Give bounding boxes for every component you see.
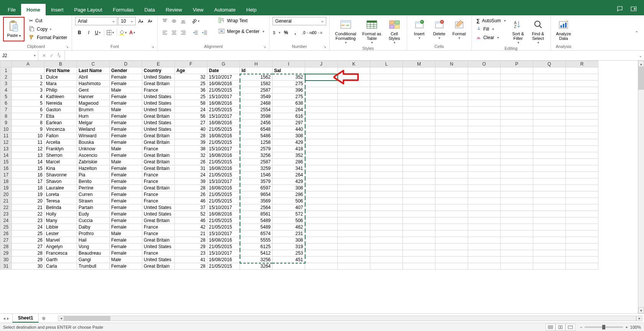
cell[interactable]: 25 bbox=[175, 81, 207, 87]
cell[interactable] bbox=[468, 146, 501, 152]
row-header[interactable]: 13 bbox=[0, 146, 12, 152]
zoom-out-icon[interactable]: − bbox=[580, 325, 582, 329]
row-header[interactable]: 10 bbox=[0, 126, 12, 133]
cell[interactable]: Belinda bbox=[44, 204, 77, 211]
delete-cells-button[interactable]: × Delete bbox=[430, 17, 449, 41]
cell[interactable]: Abril bbox=[77, 74, 110, 81]
cell[interactable] bbox=[435, 107, 468, 113]
cell[interactable]: Marvel bbox=[44, 237, 77, 244]
cell[interactable]: Female bbox=[110, 74, 142, 81]
cell[interactable] bbox=[338, 224, 370, 231]
cell[interactable] bbox=[338, 146, 370, 152]
cell[interactable] bbox=[566, 120, 598, 126]
cell[interactable] bbox=[435, 217, 468, 224]
cell[interactable] bbox=[403, 107, 435, 113]
cell[interactable] bbox=[338, 244, 370, 250]
sort-filter-button[interactable]: AZ Sort & Filter bbox=[509, 17, 527, 46]
col-header-N[interactable]: N bbox=[435, 61, 468, 68]
cell[interactable] bbox=[435, 204, 468, 211]
cell[interactable]: 15 bbox=[12, 165, 44, 172]
cell[interactable] bbox=[566, 152, 598, 159]
decrease-indent-icon[interactable] bbox=[191, 28, 200, 37]
cell[interactable]: 3259 bbox=[240, 165, 273, 172]
cell[interactable]: Female bbox=[110, 178, 142, 185]
cell[interactable]: 21/05/2015 bbox=[207, 107, 240, 113]
cell[interactable]: Female bbox=[110, 237, 142, 244]
cell[interactable] bbox=[468, 224, 501, 231]
select-all-corner[interactable] bbox=[0, 61, 12, 68]
cancel-formula-icon[interactable]: ✕ bbox=[42, 53, 46, 58]
cell[interactable]: 15/10/2017 bbox=[207, 94, 240, 100]
cell[interactable]: 20 bbox=[12, 198, 44, 204]
cell[interactable] bbox=[338, 263, 370, 270]
cell[interactable]: 3569 bbox=[240, 198, 273, 204]
cell[interactable] bbox=[501, 172, 533, 178]
comments-icon[interactable] bbox=[616, 5, 623, 14]
comma-format-icon[interactable]: , bbox=[291, 28, 299, 37]
cell[interactable] bbox=[435, 94, 468, 100]
cell[interactable]: 17 bbox=[12, 178, 44, 185]
cell[interactable] bbox=[501, 231, 533, 237]
cell[interactable] bbox=[533, 263, 566, 270]
cell[interactable]: Female bbox=[110, 185, 142, 191]
cell[interactable] bbox=[435, 237, 468, 244]
cell[interactable] bbox=[305, 68, 338, 74]
zoom-control[interactable]: − + 100% bbox=[580, 325, 641, 329]
cell[interactable]: 21/05/2015 bbox=[207, 217, 240, 224]
cell[interactable]: Lester bbox=[44, 231, 77, 237]
cell[interactable] bbox=[305, 250, 338, 257]
cell[interactable] bbox=[305, 133, 338, 139]
align-top-icon[interactable] bbox=[161, 17, 169, 25]
cell[interactable] bbox=[305, 263, 338, 270]
cell[interactable] bbox=[338, 81, 370, 87]
row-header[interactable]: 4 bbox=[0, 87, 12, 94]
cell[interactable]: United States bbox=[142, 94, 175, 100]
cell[interactable] bbox=[370, 120, 403, 126]
cell[interactable] bbox=[501, 120, 533, 126]
col-header-B[interactable]: B bbox=[44, 61, 77, 68]
row-header[interactable]: 1 bbox=[0, 68, 12, 74]
cell[interactable]: 341 bbox=[273, 165, 305, 172]
cell[interactable] bbox=[370, 152, 403, 159]
cell[interactable]: 15/10/2017 bbox=[207, 204, 240, 211]
cell[interactable]: United States bbox=[142, 126, 175, 133]
cell[interactable]: Gangi bbox=[77, 257, 110, 263]
cell[interactable]: 40 bbox=[175, 126, 207, 133]
cell[interactable] bbox=[338, 185, 370, 191]
autosum-button[interactable]: ∑AutoSum bbox=[475, 17, 508, 25]
cell[interactable] bbox=[533, 133, 566, 139]
cell[interactable]: Date bbox=[207, 68, 240, 74]
cell[interactable]: Magwood bbox=[77, 100, 110, 107]
cell[interactable] bbox=[370, 133, 403, 139]
cell[interactable]: Philip bbox=[44, 87, 77, 94]
cell[interactable] bbox=[403, 224, 435, 231]
cell[interactable] bbox=[533, 191, 566, 198]
cell[interactable] bbox=[566, 263, 598, 270]
cell[interactable] bbox=[501, 237, 533, 244]
collapse-ribbon-icon[interactable]: ⌃ bbox=[635, 30, 639, 36]
tab-home[interactable]: Home bbox=[21, 4, 46, 15]
cell[interactable]: Earlean bbox=[44, 120, 77, 126]
cell[interactable]: 429 bbox=[273, 178, 305, 185]
cell[interactable]: Weiland bbox=[77, 126, 110, 133]
cell[interactable] bbox=[370, 74, 403, 81]
cell[interactable]: Beaudreau bbox=[77, 250, 110, 257]
cell[interactable]: Holly bbox=[44, 211, 77, 217]
cell[interactable]: 37 bbox=[175, 204, 207, 211]
cell[interactable] bbox=[370, 250, 403, 257]
cell[interactable] bbox=[566, 191, 598, 198]
bold-button[interactable]: B bbox=[75, 28, 84, 37]
cell[interactable]: 24 bbox=[175, 172, 207, 178]
cell[interactable] bbox=[338, 100, 370, 107]
cell[interactable]: 41 bbox=[175, 257, 207, 263]
cell[interactable]: 32 bbox=[175, 152, 207, 159]
increase-font-icon[interactable]: A▴ bbox=[136, 17, 145, 25]
cell[interactable]: 7 bbox=[12, 113, 44, 120]
align-middle-icon[interactable] bbox=[170, 17, 178, 25]
cell[interactable]: 21/05/2015 bbox=[207, 191, 240, 198]
cell[interactable]: 32 bbox=[175, 74, 207, 81]
cell[interactable]: Female bbox=[110, 113, 142, 120]
cell[interactable] bbox=[501, 94, 533, 100]
cell[interactable] bbox=[468, 87, 501, 94]
cell[interactable] bbox=[338, 152, 370, 159]
